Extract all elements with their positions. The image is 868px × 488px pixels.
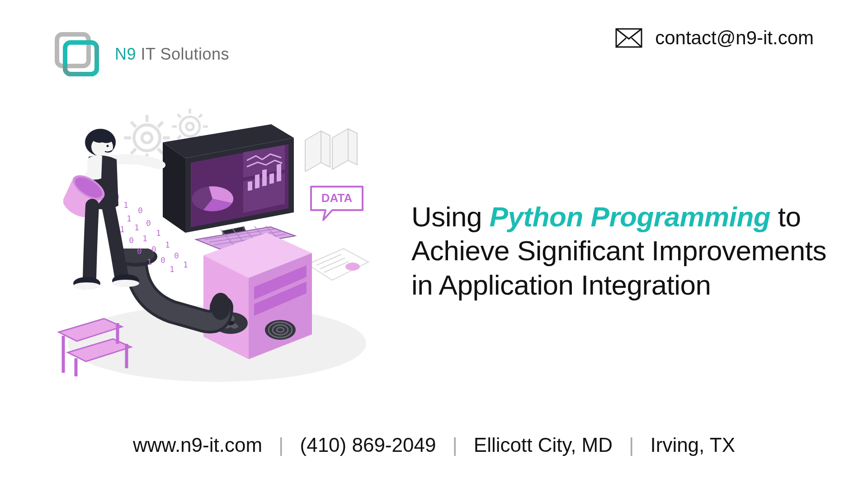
- svg-point-44: [265, 320, 296, 340]
- footer-loc2: Irving, TX: [651, 434, 735, 456]
- svg-point-62: [73, 282, 100, 290]
- svg-line-22: [199, 114, 202, 117]
- logo-bold: N9: [115, 45, 136, 63]
- separator: |: [452, 434, 457, 456]
- svg-point-50: [211, 293, 231, 320]
- svg-point-27: [345, 263, 360, 271]
- separator: |: [629, 434, 634, 456]
- server-stack-icon: [301, 122, 364, 172]
- logo-mark-icon: [50, 27, 104, 81]
- footer-phone[interactable]: (410) 869-2049: [300, 434, 436, 456]
- logo-rest: IT Solutions: [136, 45, 229, 63]
- svg-rect-2: [65, 42, 97, 74]
- svg-rect-32: [269, 173, 274, 184]
- header-bar: N9 IT Solutions contact@n9-it.com: [0, 27, 868, 81]
- headline-accent: Python Programming: [490, 201, 770, 232]
- headline: Using Python Programming to Achieve Sign…: [393, 200, 827, 302]
- svg-point-58: [155, 161, 165, 169]
- data-speech-bubble: DATA: [307, 183, 366, 224]
- svg-point-64: [112, 280, 139, 287]
- svg-rect-0: [57, 34, 89, 66]
- footer-bar: www.n9-it.com | (410) 869-2049 | Ellicot…: [0, 434, 868, 456]
- hero-illustration: DATA: [50, 111, 393, 391]
- footer-website[interactable]: www.n9-it.com: [133, 434, 262, 456]
- svg-rect-1: [65, 42, 97, 74]
- svg-point-57: [107, 145, 109, 147]
- contact-email[interactable]: contact@n9-it.com: [655, 27, 814, 49]
- headline-pre: Using: [411, 201, 490, 232]
- contact-block: contact@n9-it.com: [615, 27, 814, 49]
- person-pouring-icon: [63, 129, 181, 328]
- separator: |: [278, 434, 283, 456]
- mail-icon: [615, 28, 642, 48]
- svg-line-10: [131, 122, 136, 127]
- svg-rect-33: [277, 164, 281, 182]
- logo-block: N9 IT Solutions: [50, 27, 229, 81]
- logo-text: N9 IT Solutions: [115, 45, 229, 64]
- svg-rect-31: [262, 169, 267, 186]
- svg-line-20: [178, 114, 181, 117]
- main-area: DATA: [50, 104, 827, 398]
- bubble-label: DATA: [321, 191, 353, 205]
- svg-rect-30: [255, 174, 259, 189]
- footer-loc1: Ellicott City, MD: [474, 434, 613, 456]
- svg-rect-29: [248, 181, 252, 191]
